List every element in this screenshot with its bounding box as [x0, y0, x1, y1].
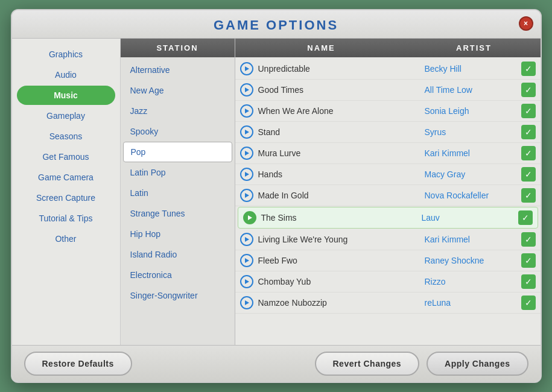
- nav-item-tutorial-tips[interactable]: Tutorial & Tips: [17, 209, 115, 228]
- play-icon[interactable]: [240, 168, 253, 181]
- station-item-singer-songwriter[interactable]: Singer-Songwriter: [121, 285, 235, 306]
- track-name: Namzoe Nubozzip: [258, 298, 425, 308]
- close-button[interactable]: ×: [519, 16, 533, 31]
- track-header-artist: Artist: [408, 39, 541, 57]
- track-checkbox[interactable]: ✓: [518, 210, 533, 225]
- track-artist: Macy Gray: [425, 169, 521, 179]
- nav-item-audio[interactable]: Audio: [17, 65, 115, 84]
- track-artist: Syrus: [425, 127, 521, 137]
- svg-marker-9: [245, 258, 249, 263]
- nav-item-music[interactable]: Music: [17, 86, 115, 105]
- station-item-island-radio[interactable]: Island Radio: [121, 244, 235, 265]
- play-icon[interactable]: [240, 254, 253, 267]
- station-item-jazz[interactable]: Jazz: [121, 101, 235, 121]
- track-row: Good Times All Time Low ✓: [235, 80, 541, 101]
- track-header-name: Name: [235, 39, 408, 57]
- track-checkbox[interactable]: ✓: [521, 296, 536, 310]
- track-row: When We Are Alone Sonia Leigh ✓: [235, 101, 541, 122]
- station-item-latin[interactable]: Latin: [121, 183, 235, 203]
- left-nav: Graphics Audio Music Gameplay Seasons Ge…: [12, 39, 121, 345]
- svg-marker-7: [248, 215, 252, 220]
- track-row: Mura Lurve Kari Kimmel ✓: [235, 143, 541, 164]
- revert-changes-button[interactable]: Revert Changes: [315, 352, 420, 376]
- track-name: Made In Gold: [258, 191, 425, 200]
- track-artist: Lauv: [422, 213, 518, 223]
- nav-item-screen-capture[interactable]: Screen Capture: [17, 188, 115, 207]
- svg-marker-3: [245, 130, 249, 134]
- track-checkbox[interactable]: ✓: [521, 83, 536, 97]
- apply-changes-button[interactable]: Apply Changes: [427, 352, 528, 376]
- track-artist: Becky Hill: [425, 64, 521, 74]
- restore-defaults-button[interactable]: Restore Defaults: [24, 352, 132, 376]
- svg-marker-5: [245, 172, 249, 177]
- nav-item-get-famous[interactable]: Get Famous: [17, 147, 115, 166]
- play-icon[interactable]: [240, 296, 253, 309]
- track-row-highlighted: The Sims Lauv ✓: [238, 207, 538, 229]
- dialog-header: Game Options ×: [12, 10, 541, 39]
- track-name: Fleeb Fwo: [258, 256, 425, 265]
- track-name: Good Times: [258, 85, 425, 95]
- track-name: When We Are Alone: [258, 106, 425, 116]
- station-item-alternative[interactable]: Alternative: [121, 60, 235, 80]
- play-icon[interactable]: [240, 125, 253, 139]
- nav-item-seasons[interactable]: Seasons: [17, 127, 115, 146]
- svg-marker-2: [245, 109, 249, 113]
- track-artist: Rizzo: [425, 277, 521, 286]
- svg-marker-4: [245, 151, 249, 156]
- track-panel: Name Artist Unpredictable Becky Hill ✓: [235, 39, 541, 345]
- track-panel-header: Name Artist: [235, 39, 541, 57]
- track-list: Unpredictable Becky Hill ✓ Good Times Al…: [235, 57, 541, 345]
- track-checkbox[interactable]: ✓: [521, 125, 536, 139]
- station-item-latin-pop[interactable]: Latin Pop: [121, 162, 235, 183]
- track-row: Living Like We're Young Kari Kimmel ✓: [235, 229, 541, 250]
- play-icon[interactable]: [240, 233, 253, 246]
- svg-marker-1: [245, 87, 249, 92]
- dialog-footer: Restore Defaults Revert Changes Apply Ch…: [12, 345, 541, 382]
- track-artist: Kari Kimmel: [425, 235, 521, 244]
- station-item-pop[interactable]: Pop: [123, 142, 232, 162]
- track-checkbox[interactable]: ✓: [521, 167, 536, 182]
- track-artist: reLuna: [425, 298, 521, 308]
- play-icon[interactable]: [240, 147, 253, 160]
- station-item-new-age[interactable]: New Age: [121, 80, 235, 101]
- track-row: Unpredictable Becky Hill ✓: [235, 58, 541, 80]
- track-row: Fleeb Fwo Raney Shockne ✓: [235, 250, 541, 271]
- track-name: Mura Lurve: [258, 148, 425, 158]
- station-panel: Station Alternative New Age Jazz Spooky …: [121, 39, 235, 345]
- track-name: Chombay Yub: [258, 277, 425, 286]
- nav-item-gameplay[interactable]: Gameplay: [17, 106, 115, 125]
- svg-marker-0: [245, 66, 249, 71]
- nav-item-game-camera[interactable]: Game Camera: [17, 168, 115, 187]
- play-icon[interactable]: [240, 62, 253, 75]
- station-item-strange-tunes[interactable]: Strange Tunes: [121, 203, 235, 224]
- track-checkbox[interactable]: ✓: [521, 253, 536, 268]
- play-icon[interactable]: [240, 83, 253, 96]
- track-row: Chombay Yub Rizzo ✓: [235, 271, 541, 292]
- play-icon[interactable]: [240, 104, 253, 118]
- nav-item-graphics[interactable]: Graphics: [17, 45, 115, 64]
- play-icon[interactable]: [240, 275, 253, 288]
- track-checkbox[interactable]: ✓: [521, 146, 536, 160]
- track-checkbox[interactable]: ✓: [521, 188, 536, 203]
- station-item-electronica[interactable]: Electronica: [121, 265, 235, 285]
- game-options-dialog: Game Options × Graphics Audio Music Game…: [11, 9, 542, 383]
- dialog-title: Game Options: [214, 17, 338, 33]
- svg-marker-6: [245, 193, 249, 198]
- track-name: Unpredictable: [258, 64, 425, 74]
- track-artist: Kari Kimmel: [425, 148, 521, 158]
- track-artist: Sonia Leigh: [425, 106, 521, 116]
- track-checkbox[interactable]: ✓: [521, 274, 536, 289]
- station-item-spooky[interactable]: Spooky: [121, 121, 235, 142]
- play-icon[interactable]: [240, 189, 253, 202]
- track-checkbox[interactable]: ✓: [521, 232, 536, 247]
- track-row: Made In Gold Nova Rockafeller ✓: [235, 185, 541, 206]
- svg-marker-11: [245, 300, 249, 305]
- track-name: Stand: [258, 127, 425, 137]
- station-item-hip-hop[interactable]: Hip Hop: [121, 224, 235, 244]
- track-artist: All Time Low: [425, 85, 521, 95]
- track-checkbox[interactable]: ✓: [521, 62, 536, 76]
- nav-item-other[interactable]: Other: [17, 229, 115, 248]
- now-playing-icon[interactable]: [243, 211, 256, 224]
- track-row: Hands Macy Gray ✓: [235, 164, 541, 185]
- track-checkbox[interactable]: ✓: [521, 104, 536, 118]
